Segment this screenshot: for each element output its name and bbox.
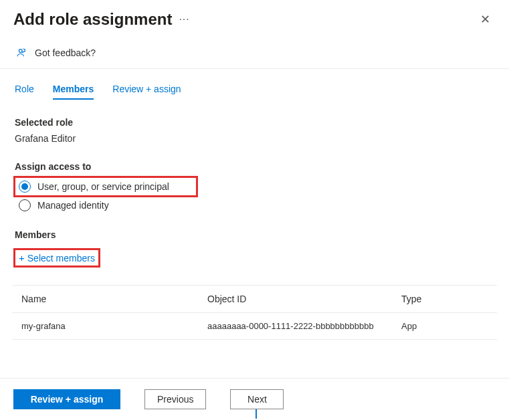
- members-table: Name Object ID Type my-grafana aaaaaaaa-…: [12, 285, 497, 340]
- table-header: Name Object ID Type: [12, 285, 497, 313]
- cell-object-id: aaaaaaaa-0000-1111-2222-bbbbbbbbbbbb: [207, 321, 401, 331]
- next-button[interactable]: Next: [230, 389, 284, 409]
- members-section: Members + Select members: [0, 215, 509, 266]
- assign-access-label: Assign access to: [15, 161, 494, 172]
- review-assign-button[interactable]: Review + assign: [13, 389, 120, 409]
- close-icon[interactable]: ✕: [476, 9, 494, 29]
- radio-label: Managed identity: [37, 200, 109, 211]
- previous-button[interactable]: Previous: [144, 389, 206, 409]
- radio-user-group-sp[interactable]: User, group, or service principal: [15, 177, 197, 196]
- plus-icon: +: [19, 252, 25, 264]
- more-icon[interactable]: ···: [179, 13, 189, 25]
- feedback-text: Got feedback?: [35, 47, 96, 58]
- col-header-object-id: Object ID: [207, 294, 401, 304]
- select-members-link[interactable]: + Select members: [15, 249, 99, 266]
- radio-icon: [19, 181, 31, 193]
- members-label: Members: [15, 229, 494, 240]
- col-header-type: Type: [401, 294, 488, 304]
- cell-type: App: [401, 321, 488, 331]
- content-scroll[interactable]: Role Members Review + assign Selected ro…: [0, 69, 509, 366]
- col-header-name: Name: [21, 294, 207, 304]
- selected-role-value: Grafana Editor: [15, 133, 494, 144]
- selected-role-section: Selected role Grafana Editor: [0, 100, 509, 144]
- caret-indicator: [256, 409, 257, 419]
- tab-bar: Role Members Review + assign: [0, 69, 509, 100]
- feedback-icon: [16, 47, 28, 59]
- assign-access-section: Assign access to User, group, or service…: [0, 144, 509, 215]
- radio-label: User, group, or service principal: [37, 181, 169, 192]
- footer-bar: Review + assign Previous Next: [0, 378, 509, 420]
- feedback-link[interactable]: Got feedback?: [0, 35, 509, 69]
- select-members-text: Select members: [27, 253, 95, 264]
- page-title: Add role assignment: [13, 10, 172, 29]
- selected-role-label: Selected role: [15, 117, 494, 128]
- cell-name: my-grafana: [21, 321, 207, 331]
- svg-point-0: [19, 49, 22, 53]
- panel-header: Add role assignment ··· ✕: [0, 0, 509, 35]
- table-row[interactable]: my-grafana aaaaaaaa-0000-1111-2222-bbbbb…: [12, 313, 497, 340]
- tab-members[interactable]: Members: [53, 84, 94, 100]
- tab-review-assign[interactable]: Review + assign: [112, 84, 181, 100]
- radio-managed-identity[interactable]: Managed identity: [15, 196, 494, 215]
- tab-role[interactable]: Role: [15, 84, 34, 100]
- radio-icon: [19, 199, 31, 211]
